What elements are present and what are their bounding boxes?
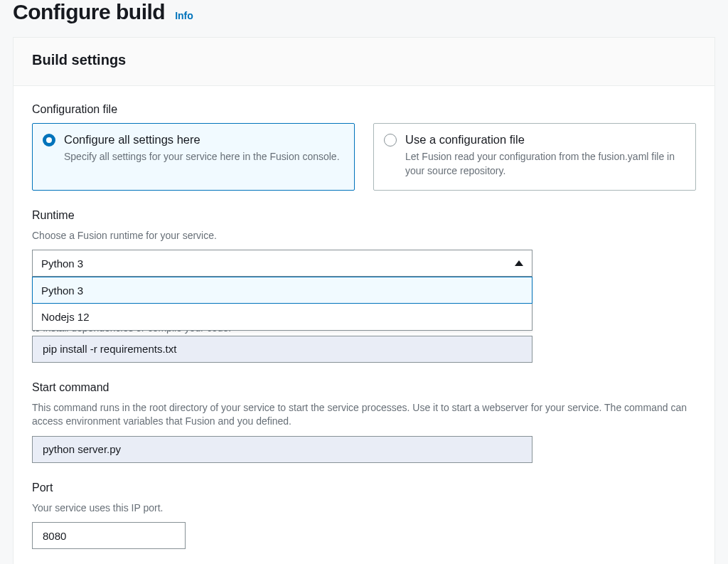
page-title: Configure build [13,0,165,24]
runtime-dropdown: Python 3 Nodejs 12 [32,277,532,331]
port-label: Port [32,481,696,494]
build-settings-panel: Build settings Configuration file Config… [13,37,715,564]
start-command-label: Start command [32,381,696,394]
caret-up-icon [515,260,523,266]
radio-icon [43,134,55,147]
info-link[interactable]: Info [175,10,193,21]
radio-icon [384,134,397,147]
port-input[interactable] [32,522,186,549]
runtime-option-python3[interactable]: Python 3 [32,277,532,304]
runtime-label: Runtime [32,209,696,222]
config-option-configure-here[interactable]: Configure all settings here Specify all … [32,123,355,191]
config-file-label: Configuration file [32,103,696,116]
runtime-selected-value: Python 3 [41,257,83,270]
config-option-use-file[interactable]: Use a configuration file Let Fusion read… [373,123,696,191]
start-command-desc: This command runs in the root directory … [32,401,696,429]
start-command-input[interactable] [32,436,532,463]
config-option-title: Use a configuration file [405,132,685,147]
config-option-title: Configure all settings here [64,132,344,147]
config-option-desc: Let Fusion read your configuration from … [405,150,685,178]
runtime-select[interactable]: Python 3 [32,250,532,277]
config-option-desc: Specify all settings for your service he… [64,150,344,164]
port-desc: Your service uses this IP port. [32,501,696,516]
build-command-input[interactable] [32,336,532,363]
panel-title: Build settings [32,52,696,68]
runtime-desc: Choose a Fusion runtime for your service… [32,229,696,243]
runtime-option-nodejs12[interactable]: Nodejs 12 [33,303,532,330]
